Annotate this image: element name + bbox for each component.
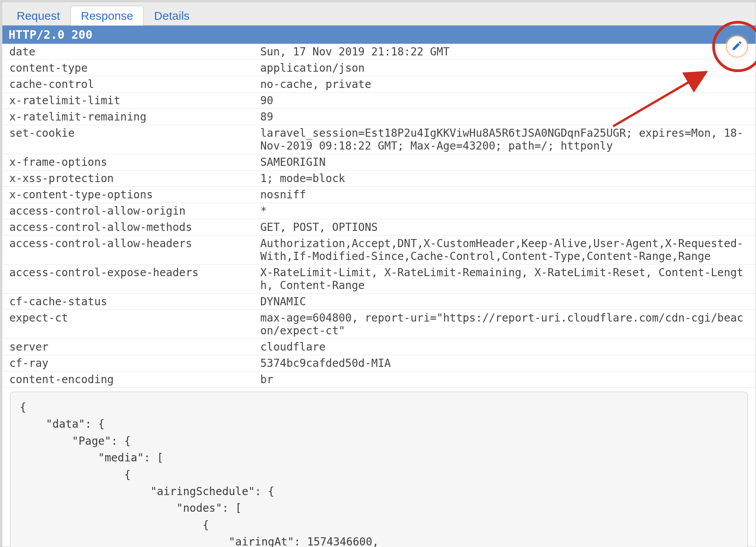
- header-value: 5374bc9cafded50d-MIA: [260, 357, 753, 370]
- header-value: 90: [260, 94, 753, 107]
- header-value: max-age=604800, report-uri="https://repo…: [260, 311, 753, 337]
- header-row[interactable]: expect-ctmax-age=604800, report-uri="htt…: [2, 310, 756, 339]
- tab-response[interactable]: Response: [70, 6, 144, 26]
- header-name: x-ratelimit-limit: [9, 94, 257, 107]
- header-value: 89: [260, 110, 753, 123]
- header-row[interactable]: x-frame-optionsSAMEORIGIN: [2, 154, 756, 170]
- header-value: SAMEORIGIN: [260, 156, 753, 169]
- header-name: expect-ct: [9, 311, 257, 324]
- header-name: content-encoding: [9, 373, 257, 386]
- header-row[interactable]: x-ratelimit-remaining89: [2, 109, 756, 125]
- header-value: cloudflare: [260, 341, 753, 353]
- header-name: access-control-expose-headers: [9, 266, 257, 279]
- inspector-panel: Request Response Details HTTP/2.0 200 da…: [0, 0, 756, 547]
- header-value: GET, POST, OPTIONS: [260, 221, 753, 234]
- header-value: X-RateLimit-Limit, X-RateLimit-Remaining…: [260, 266, 753, 292]
- header-value: nosniff: [260, 188, 753, 201]
- header-value: br: [260, 373, 753, 386]
- header-row[interactable]: x-ratelimit-limit90: [2, 93, 756, 109]
- response-headers-table: dateSun, 17 Nov 2019 21:18:22 GMTcontent…: [2, 44, 756, 388]
- tab-request[interactable]: Request: [6, 6, 70, 26]
- header-name: cf-ray: [9, 357, 257, 370]
- header-row[interactable]: content-typeapplication/json: [2, 60, 756, 76]
- header-name: access-control-allow-origin: [9, 205, 257, 217]
- response-body-json[interactable]: { "data": { "Page": { "media": [ { "airi…: [10, 392, 748, 547]
- header-value: DYNAMIC: [260, 295, 753, 308]
- header-row[interactable]: cache-controlno-cache, private: [2, 76, 756, 93]
- header-row[interactable]: access-control-allow-headersAuthorizatio…: [2, 236, 756, 265]
- header-name: server: [9, 341, 257, 353]
- header-row[interactable]: x-xss-protection1; mode=block: [2, 170, 756, 187]
- header-row[interactable]: access-control-expose-headersX-RateLimit…: [2, 265, 756, 294]
- header-row[interactable]: servercloudflare: [2, 339, 756, 355]
- edit-button[interactable]: [726, 36, 748, 57]
- header-value: *: [260, 205, 753, 217]
- header-row[interactable]: set-cookielaravel_session=Est18P2u4IgKKV…: [2, 125, 756, 154]
- header-row[interactable]: access-control-allow-origin*: [2, 203, 756, 219]
- header-value: Sun, 17 Nov 2019 21:18:22 GMT: [260, 45, 753, 58]
- header-value: no-cache, private: [260, 78, 753, 91]
- header-name: x-ratelimit-remaining: [9, 110, 257, 123]
- pencil-icon: [731, 40, 743, 53]
- header-name: date: [9, 45, 257, 58]
- header-name: cache-control: [9, 78, 257, 91]
- header-row[interactable]: cf-ray5374bc9cafded50d-MIA: [2, 355, 756, 372]
- header-value: application/json: [260, 62, 753, 74]
- http-status-line: HTTP/2.0 200: [2, 26, 756, 44]
- header-value: 1; mode=block: [260, 172, 753, 185]
- tab-bar: Request Response Details: [2, 2, 756, 26]
- header-name: cf-cache-status: [9, 295, 257, 308]
- header-value: Authorization,Accept,DNT,X-CustomHeader,…: [260, 237, 753, 263]
- header-row[interactable]: cf-cache-statusDYNAMIC: [2, 294, 756, 310]
- header-row[interactable]: content-encodingbr: [2, 372, 756, 388]
- header-name: access-control-allow-headers: [9, 237, 257, 250]
- header-name: x-xss-protection: [9, 172, 257, 185]
- header-row[interactable]: x-content-type-optionsnosniff: [2, 187, 756, 203]
- header-name: set-cookie: [9, 127, 257, 139]
- header-name: content-type: [9, 62, 257, 74]
- header-row[interactable]: dateSun, 17 Nov 2019 21:18:22 GMT: [2, 44, 756, 60]
- header-name: access-control-allow-methods: [9, 221, 257, 234]
- header-name: x-content-type-options: [9, 188, 257, 201]
- tab-details[interactable]: Details: [144, 6, 200, 26]
- header-value: laravel_session=Est18P2u4IgKKViwHu8A5R6t…: [260, 127, 753, 152]
- header-name: x-frame-options: [9, 156, 257, 169]
- header-row[interactable]: access-control-allow-methodsGET, POST, O…: [2, 219, 756, 236]
